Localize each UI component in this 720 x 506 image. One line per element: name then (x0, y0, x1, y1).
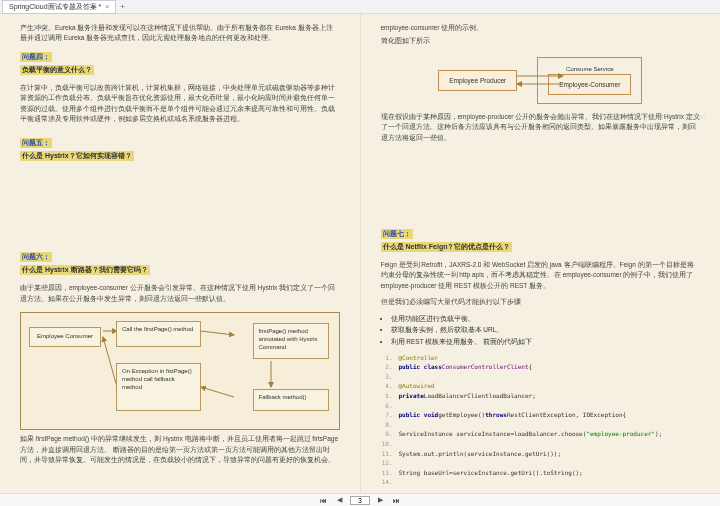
q6-label: 问题六： (20, 252, 52, 262)
q4-body: 在计算中，负载平衡可以改善跨计算机，计算机集群，网络链接，中央处理单元或磁盘驱动… (20, 83, 340, 125)
tab-title: SpringCloud面试专题及答案 * (9, 2, 101, 12)
close-icon[interactable]: × (105, 3, 109, 10)
q7-label: 问题七： (381, 229, 413, 239)
left-intro: 产生冲突。Eureka 服务注册和发现可以在这种情况下提供帮助。由于所有服务都在… (20, 23, 340, 44)
d2-fallback-box: Fallback method() (253, 389, 329, 411)
q4-title: 负载平衡的意义什么？ (20, 65, 94, 75)
nav-first-icon[interactable]: ⏮ (318, 497, 329, 504)
content-area: 产生冲突。Eureka 服务注册和发现可以在这种情况下提供帮助。由于所有服务都在… (0, 14, 720, 493)
svg-line-3 (201, 387, 234, 397)
nav-prev-icon[interactable]: ◀ (335, 496, 344, 504)
bullet-3: 利用 REST 模板来使用服务。 前面的代码如下 (391, 336, 701, 348)
q5-title: 什么是 Hystrix？它如何实现容错？ (20, 151, 134, 161)
bullet-2: 获取服务实例，然后获取基本 URL。 (391, 324, 701, 336)
hystrix-diagram: Employee Consumer Call the firstPage() m… (20, 312, 340, 430)
nav-bar: ⏮ ◀ ▶ ⏭ (0, 493, 720, 506)
tab-bar: SpringCloud面试专题及答案 * × + (0, 0, 720, 14)
bullet-list: 使用功能区进行负载平衡。 获取服务实例，然后获取基本 URL。 利用 REST … (391, 313, 701, 348)
document-tab[interactable]: SpringCloud面试专题及答案 * × (2, 0, 116, 14)
page-right: employee-consumer 使用的示例。 简化图如下所示 Employe… (361, 14, 721, 493)
q4-label: 问题四： (20, 52, 52, 62)
svg-line-4 (103, 337, 117, 387)
d2-employee-consumer-box: Employee Consumer (29, 327, 101, 347)
q6-footer: 如果 firstPage method() 中的异常继续发生，则 Hystrix… (20, 434, 340, 465)
code-block: 1.@Controller 2.public class ConsumerCon… (381, 353, 701, 487)
right-intro2: 简化图如下所示 (381, 36, 701, 46)
add-tab-icon[interactable]: + (116, 2, 129, 11)
d2-call-firstpage-box: Call the firstPage() method (116, 321, 201, 347)
q7-title: 什么是 Netflix Feign？它的优点是什么？ (381, 242, 513, 252)
page-left: 产生冲突。Eureka 服务注册和发现可以在这种情况下提供帮助。由于所有服务都在… (0, 14, 361, 493)
service-diagram: Employee Producer Consume Service Employ… (381, 57, 701, 104)
q5-label: 问题五： (20, 138, 52, 148)
d2-firstpage-hystrix-box: firstPage() method annotated with Hystri… (253, 323, 329, 359)
employee-producer-box: Employee Producer (438, 70, 517, 91)
watermark: https://blog.csdn.net/huidao (608, 112, 706, 121)
page-input[interactable] (350, 496, 370, 505)
q7-body1: Feign 是受到 Retrofit，JAXRS-2.0 和 WebSocket… (381, 260, 701, 291)
q6-body: 由于某些原因，employee-consumer 公开服务会引发异常。在这种情况… (20, 283, 340, 304)
right-intro1: employee-consumer 使用的示例。 (381, 23, 701, 33)
q6-title: 什么是 Hystrix 断路器？我们需要它吗？ (20, 265, 150, 275)
svg-line-1 (201, 331, 234, 335)
consume-service-label: Consume Service (566, 66, 613, 72)
bullet-1: 使用功能区进行负载平衡。 (391, 313, 701, 325)
d2-on-exception-box: On Exception in fistPage() method call f… (116, 363, 201, 411)
q7-body2: 但是我们必须编写大量代码才能执行以下步骤 (381, 297, 701, 307)
nav-last-icon[interactable]: ⏭ (391, 497, 402, 504)
nav-next-icon[interactable]: ▶ (376, 496, 385, 504)
